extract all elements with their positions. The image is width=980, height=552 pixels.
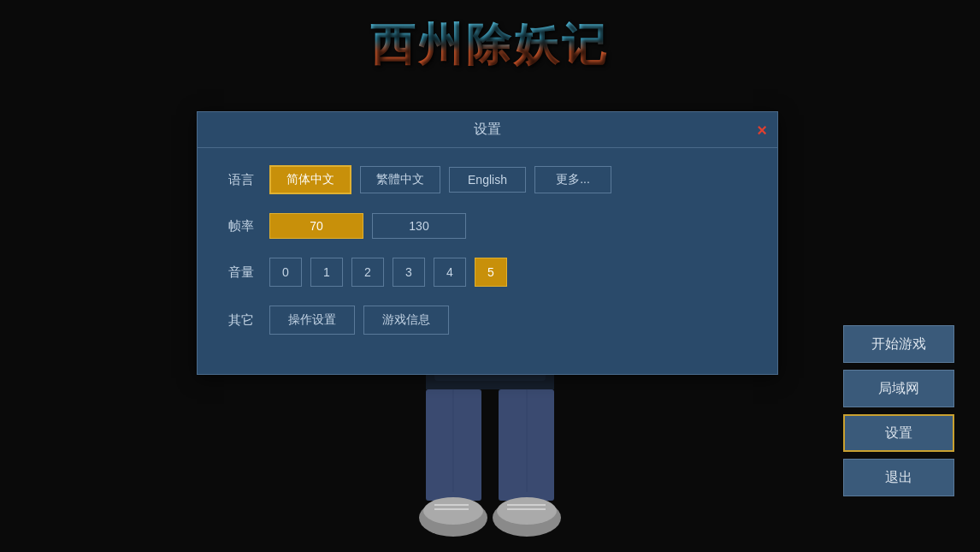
close-button[interactable]: ×	[757, 122, 767, 139]
quit-button[interactable]: 退出	[843, 459, 954, 496]
volume-btn-2[interactable]: 2	[351, 258, 384, 287]
lang-btn-traditional-chinese[interactable]: 繁體中文	[360, 166, 440, 193]
svg-rect-1	[426, 372, 554, 389]
dialog-title-bar: 设置 ×	[198, 112, 777, 148]
settings-dialog: 设置 × 语言 简体中文 繁體中文 English 更多... 帧率 70 13…	[197, 111, 778, 375]
start-game-button[interactable]: 开始游戏	[843, 325, 954, 363]
lang-btn-simplified-chinese[interactable]: 简体中文	[269, 165, 351, 194]
game-title: 西州除妖记	[370, 15, 610, 75]
controls-settings-button[interactable]: 操作设置	[269, 306, 355, 335]
volume-btn-3[interactable]: 3	[393, 258, 425, 287]
dialog-title: 设置	[474, 121, 501, 139]
lan-button[interactable]: 局域网	[843, 370, 954, 407]
volume-row: 音量 0 1 2 3 4 5	[223, 258, 752, 287]
svg-point-5	[423, 497, 483, 525]
other-label: 其它	[223, 312, 254, 329]
other-row: 其它 操作设置 游戏信息	[223, 306, 752, 335]
framerate-btn-70[interactable]: 70	[269, 213, 363, 239]
settings-button[interactable]: 设置	[843, 414, 954, 452]
lang-btn-more[interactable]: 更多...	[534, 166, 611, 193]
game-info-button[interactable]: 游戏信息	[363, 306, 449, 335]
lang-btn-english[interactable]: English	[449, 167, 526, 193]
volume-label: 音量	[223, 264, 254, 281]
volume-btn-4[interactable]: 4	[434, 258, 466, 287]
language-row: 语言 简体中文 繁體中文 English 更多...	[223, 165, 752, 194]
main-menu: 开始游戏 局域网 设置 退出	[843, 325, 954, 496]
volume-btn-1[interactable]: 1	[310, 258, 343, 287]
framerate-row: 帧率 70 130	[223, 213, 752, 239]
volume-btn-5[interactable]: 5	[475, 258, 507, 287]
svg-point-7	[497, 497, 557, 525]
dialog-body: 语言 简体中文 繁體中文 English 更多... 帧率 70 130 音量 …	[198, 148, 777, 374]
volume-btn-0[interactable]: 0	[269, 258, 302, 287]
language-label: 语言	[223, 172, 254, 188]
framerate-btn-130[interactable]: 130	[372, 213, 466, 239]
framerate-label: 帧率	[223, 218, 254, 234]
